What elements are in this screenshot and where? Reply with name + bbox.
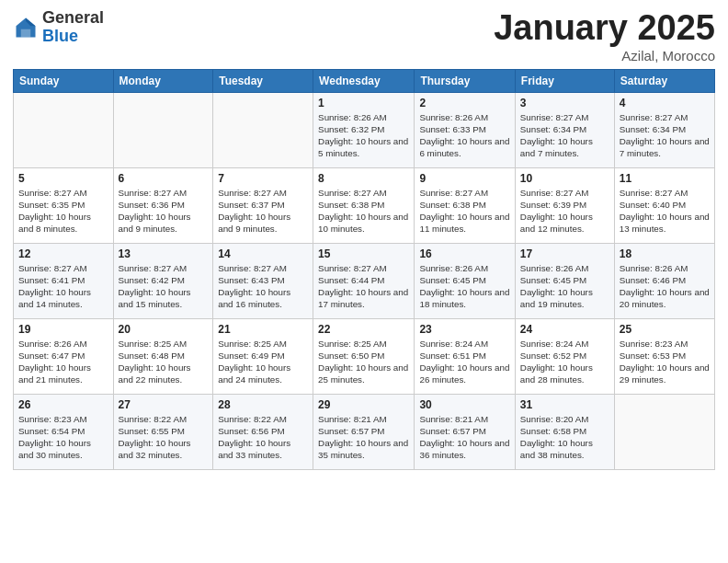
day-number: 12 [18,247,108,260]
calendar-cell: 4Sunrise: 8:27 AMSunset: 6:34 PMDaylight… [614,92,714,167]
day-number: 26 [18,398,108,411]
calendar-cell: 15Sunrise: 8:27 AMSunset: 6:44 PMDayligh… [313,243,415,318]
calendar-cell: 8Sunrise: 8:27 AMSunset: 6:38 PMDaylight… [313,167,415,243]
day-number: 24 [520,323,609,336]
weekday-header-tuesday: Tuesday [213,69,313,92]
day-number: 8 [318,172,409,185]
day-info: Sunrise: 8:27 AMSunset: 6:40 PMDaylight:… [620,187,710,236]
day-number: 25 [620,323,710,336]
day-number: 27 [119,398,209,411]
day-info: Sunrise: 8:22 AMSunset: 6:56 PMDaylight:… [218,413,308,462]
day-info: Sunrise: 8:25 AMSunset: 6:48 PMDaylight:… [119,338,209,386]
day-info: Sunrise: 8:27 AMSunset: 6:39 PMDaylight:… [520,187,609,236]
calendar-cell: 18Sunrise: 8:26 AMSunset: 6:46 PMDayligh… [614,243,714,318]
day-number: 16 [419,247,509,260]
day-info: Sunrise: 8:25 AMSunset: 6:50 PMDaylight:… [318,338,409,386]
calendar-cell: 9Sunrise: 8:27 AMSunset: 6:38 PMDaylight… [415,167,515,243]
day-info: Sunrise: 8:27 AMSunset: 6:44 PMDaylight:… [318,262,409,311]
calendar-cell: 10Sunrise: 8:27 AMSunset: 6:39 PMDayligh… [515,167,614,243]
calendar-cell: 12Sunrise: 8:27 AMSunset: 6:41 PMDayligh… [14,243,114,318]
day-info: Sunrise: 8:23 AMSunset: 6:54 PMDaylight:… [18,413,108,462]
calendar-cell [14,92,114,167]
day-number: 2 [419,97,509,109]
calendar-cell: 22Sunrise: 8:25 AMSunset: 6:50 PMDayligh… [313,318,415,394]
calendar-cell: 11Sunrise: 8:27 AMSunset: 6:40 PMDayligh… [614,167,714,243]
day-number: 5 [18,172,108,185]
day-info: Sunrise: 8:21 AMSunset: 6:57 PMDaylight:… [419,413,509,462]
calendar-cell [614,394,714,469]
calendar-cell: 14Sunrise: 8:27 AMSunset: 6:43 PMDayligh… [213,243,313,318]
location-subtitle: Azilal, Morocco [494,48,715,63]
calendar-cell: 23Sunrise: 8:24 AMSunset: 6:51 PMDayligh… [415,318,515,394]
day-number: 30 [419,398,509,411]
day-info: Sunrise: 8:27 AMSunset: 6:36 PMDaylight:… [119,187,209,236]
day-info: Sunrise: 8:27 AMSunset: 6:41 PMDaylight:… [18,262,108,311]
title-area: January 2025 Azilal, Morocco [494,9,715,63]
calendar-cell: 5Sunrise: 8:27 AMSunset: 6:35 PMDaylight… [14,167,114,243]
page-header: General Blue January 2025 Azilal, Morocc… [13,9,715,63]
calendar-table: SundayMondayTuesdayWednesdayThursdayFrid… [13,69,715,470]
day-info: Sunrise: 8:27 AMSunset: 6:34 PMDaylight:… [620,111,710,160]
day-info: Sunrise: 8:27 AMSunset: 6:38 PMDaylight:… [318,187,409,236]
day-number: 9 [419,172,509,185]
calendar-week-row: 19Sunrise: 8:26 AMSunset: 6:47 PMDayligh… [14,318,715,394]
day-number: 4 [620,97,710,109]
day-info: Sunrise: 8:27 AMSunset: 6:42 PMDaylight:… [119,262,209,311]
calendar-cell: 24Sunrise: 8:24 AMSunset: 6:52 PMDayligh… [515,318,614,394]
day-info: Sunrise: 8:27 AMSunset: 6:43 PMDaylight:… [218,262,308,311]
calendar-cell: 2Sunrise: 8:26 AMSunset: 6:33 PMDaylight… [415,92,515,167]
calendar-cell: 31Sunrise: 8:20 AMSunset: 6:58 PMDayligh… [515,394,614,469]
day-info: Sunrise: 8:24 AMSunset: 6:51 PMDaylight:… [419,338,509,386]
svg-rect-2 [21,29,31,38]
calendar-cell: 29Sunrise: 8:21 AMSunset: 6:57 PMDayligh… [313,394,415,469]
calendar-cell: 26Sunrise: 8:23 AMSunset: 6:54 PMDayligh… [14,394,114,469]
calendar-cell [113,92,213,167]
day-number: 14 [218,247,308,260]
calendar-cell [213,92,313,167]
day-number: 19 [18,323,108,336]
calendar-cell: 13Sunrise: 8:27 AMSunset: 6:42 PMDayligh… [113,243,213,318]
calendar-cell: 25Sunrise: 8:23 AMSunset: 6:53 PMDayligh… [614,318,714,394]
calendar-cell: 30Sunrise: 8:21 AMSunset: 6:57 PMDayligh… [415,394,515,469]
calendar-cell: 16Sunrise: 8:26 AMSunset: 6:45 PMDayligh… [415,243,515,318]
weekday-header-thursday: Thursday [415,69,515,92]
day-number: 1 [318,97,409,109]
calendar-cell: 19Sunrise: 8:26 AMSunset: 6:47 PMDayligh… [14,318,114,394]
day-number: 15 [318,247,409,260]
calendar-week-row: 12Sunrise: 8:27 AMSunset: 6:41 PMDayligh… [14,243,715,318]
weekday-header-friday: Friday [515,69,614,92]
day-info: Sunrise: 8:23 AMSunset: 6:53 PMDaylight:… [620,338,710,386]
day-info: Sunrise: 8:27 AMSunset: 6:38 PMDaylight:… [419,187,509,236]
day-info: Sunrise: 8:24 AMSunset: 6:52 PMDaylight:… [520,338,609,386]
weekday-header-sunday: Sunday [14,69,114,92]
day-number: 21 [218,323,308,336]
day-info: Sunrise: 8:26 AMSunset: 6:32 PMDaylight:… [318,111,409,160]
calendar-cell: 3Sunrise: 8:27 AMSunset: 6:34 PMDaylight… [515,92,614,167]
calendar-cell: 27Sunrise: 8:22 AMSunset: 6:55 PMDayligh… [113,394,213,469]
day-info: Sunrise: 8:25 AMSunset: 6:49 PMDaylight:… [218,338,308,386]
weekday-header-saturday: Saturday [614,69,714,92]
day-number: 28 [218,398,308,411]
calendar-cell: 20Sunrise: 8:25 AMSunset: 6:48 PMDayligh… [113,318,213,394]
logo-icon [13,15,39,40]
calendar-cell: 1Sunrise: 8:26 AMSunset: 6:32 PMDaylight… [313,92,415,167]
weekday-header-monday: Monday [113,69,213,92]
day-info: Sunrise: 8:20 AMSunset: 6:58 PMDaylight:… [520,413,609,462]
month-title: January 2025 [494,9,715,48]
calendar-week-row: 1Sunrise: 8:26 AMSunset: 6:32 PMDaylight… [14,92,715,167]
day-number: 13 [119,247,209,260]
day-number: 20 [119,323,209,336]
day-number: 10 [520,172,609,185]
calendar-week-row: 26Sunrise: 8:23 AMSunset: 6:54 PMDayligh… [14,394,715,469]
day-number: 31 [520,398,609,411]
day-number: 29 [318,398,409,411]
day-info: Sunrise: 8:26 AMSunset: 6:45 PMDaylight:… [520,262,609,311]
day-number: 17 [520,247,609,260]
day-info: Sunrise: 8:27 AMSunset: 6:35 PMDaylight:… [18,187,108,236]
calendar-cell: 21Sunrise: 8:25 AMSunset: 6:49 PMDayligh… [213,318,313,394]
day-number: 18 [620,247,710,260]
day-info: Sunrise: 8:26 AMSunset: 6:33 PMDaylight:… [419,111,509,160]
day-info: Sunrise: 8:27 AMSunset: 6:34 PMDaylight:… [520,111,609,160]
logo-text: General Blue [42,9,104,46]
day-info: Sunrise: 8:26 AMSunset: 6:46 PMDaylight:… [620,262,710,311]
